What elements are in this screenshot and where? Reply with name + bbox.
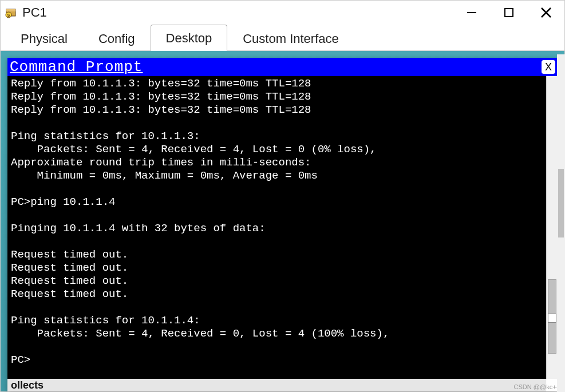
background-text-strip: ollects	[7, 379, 558, 391]
maximize-button[interactable]	[490, 1, 527, 25]
command-prompt-close-button[interactable]: X	[542, 60, 555, 74]
svg-rect-1	[6, 9, 15, 11]
desktop-content: Command Prompt X Reply from 10.1.1.3: by…	[1, 51, 564, 391]
command-prompt-title: Command Prompt	[10, 58, 542, 76]
outer-scrollbar-thumb[interactable]	[558, 169, 564, 237]
close-button[interactable]	[527, 1, 564, 25]
terminal-output[interactable]: Reply from 10.1.1.3: bytes=32 time=0ms T…	[7, 76, 546, 391]
tab-physical[interactable]: Physical	[5, 25, 83, 51]
scrollbar-position-marker	[548, 314, 556, 323]
tab-custom-interface[interactable]: Custom Interface	[227, 25, 354, 51]
window-title: PC1	[22, 5, 453, 20]
app-icon: $	[5, 6, 19, 19]
tabbar: Physical Config Desktop Custom Interface	[1, 25, 564, 51]
window-controls	[453, 1, 564, 25]
terminal-container: Reply from 10.1.1.3: bytes=32 time=0ms T…	[7, 76, 558, 391]
command-prompt-window: Command Prompt X Reply from 10.1.1.3: by…	[7, 58, 558, 391]
terminal-scrollbar[interactable]	[546, 76, 558, 391]
app-window: $ PC1 Physical Config Desktop Custom Int…	[0, 0, 565, 392]
watermark: CSDN @@kc++	[514, 383, 560, 390]
outer-scrollbar[interactable]	[557, 54, 565, 392]
svg-rect-5	[505, 9, 513, 17]
partial-text: ollects	[11, 379, 44, 391]
titlebar: $ PC1	[1, 1, 564, 25]
command-prompt-titlebar: Command Prompt X	[7, 58, 558, 76]
svg-text:$: $	[7, 13, 10, 18]
minimize-button[interactable]	[453, 1, 490, 25]
tab-config[interactable]: Config	[83, 25, 151, 51]
tab-desktop[interactable]: Desktop	[151, 25, 228, 51]
